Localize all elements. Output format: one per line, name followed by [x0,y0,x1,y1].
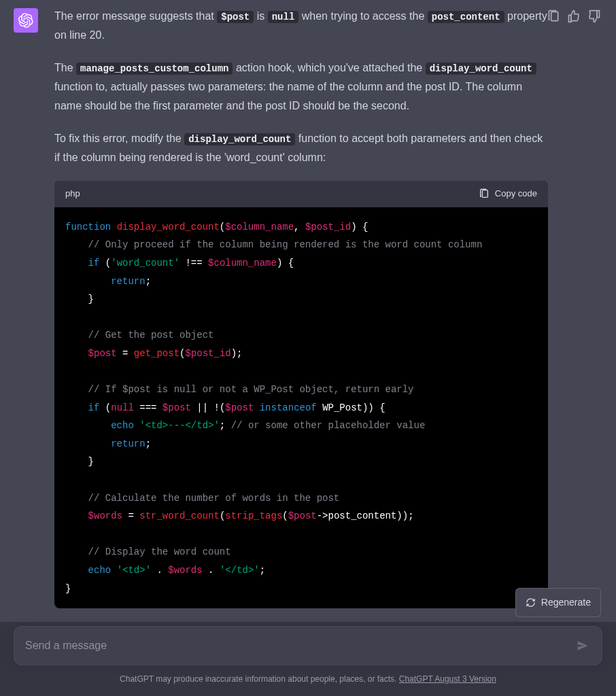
copy-code-label: Copy code [495,186,537,202]
inline-code: $post [217,11,254,23]
thumbs-down-icon[interactable] [587,10,601,23]
code-block: php Copy code function display_word_coun… [54,181,548,608]
inline-code: manage_posts_custom_column [76,63,233,75]
footer-text: ChatGPT may produce inaccurate informati… [120,674,399,684]
inline-code: post_content [428,11,504,23]
send-button[interactable] [572,635,594,657]
text: The error message suggests that [54,10,217,22]
footer-disclaimer: ChatGPT may produce inaccurate informati… [14,672,602,686]
svg-rect-1 [551,12,558,20]
text: action hook, which you've attached the [233,62,425,73]
clipboard-icon [479,188,490,199]
message-content: The error message suggests that $post is… [54,7,602,608]
regenerate-label: Regenerate [541,594,591,611]
text: when trying to access the [298,10,427,22]
code-language-label: php [65,186,80,202]
inline-code: display_word_count [184,133,295,145]
footer-version-link[interactable]: ChatGPT August 3 Version [399,674,496,684]
regenerate-button[interactable]: Regenerate [515,588,601,617]
copy-icon[interactable] [547,10,560,23]
paragraph-1: The error message suggests that $post is… [54,7,548,45]
text: The [54,62,76,73]
message-input-container[interactable] [14,626,602,665]
copy-code-button[interactable]: Copy code [479,186,537,202]
text: is [254,10,267,22]
text: function to, actually passes two paramet… [54,81,522,111]
send-icon [576,639,589,652]
assistant-message: The error message suggests that $post is… [0,0,616,622]
assistant-avatar [14,8,38,33]
message-input[interactable] [25,640,568,652]
composer-area: Regenerate ChatGPT may produce inaccurat… [0,626,616,696]
regenerate-icon [526,597,536,608]
inline-code: null [268,11,299,23]
message-actions [547,10,601,23]
paragraph-3: To fix this error, modify the display_wo… [54,129,548,167]
inline-code: display_word_count [426,63,536,75]
paragraph-2: The manage_posts_custom_column action ho… [54,58,548,116]
code-header: php Copy code [54,181,548,207]
openai-icon [18,13,33,28]
thumbs-up-icon[interactable] [567,10,581,23]
code-content[interactable]: function display_word_count($column_name… [54,207,548,608]
text: To fix this error, modify the [54,133,184,144]
svg-rect-0 [482,190,487,198]
